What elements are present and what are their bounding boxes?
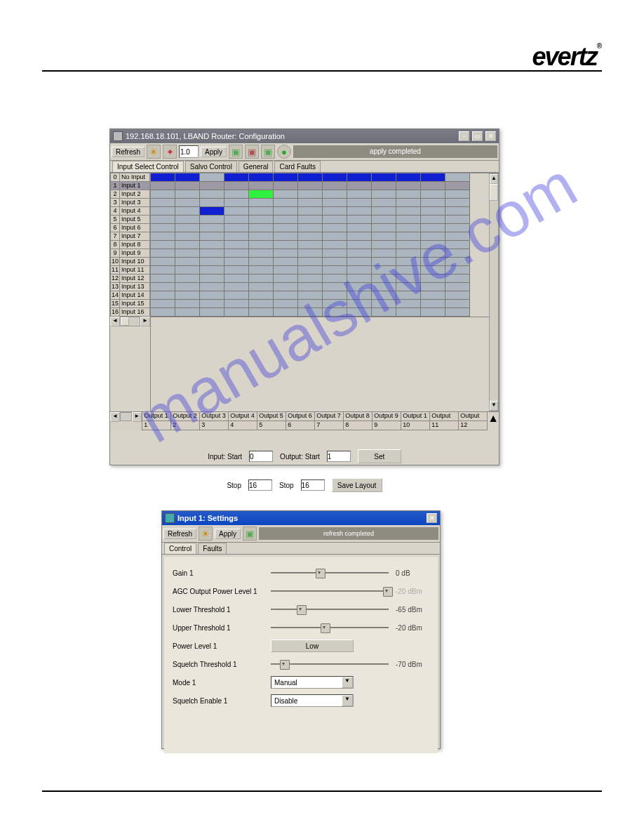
crosspoint-cell[interactable] — [151, 283, 175, 291]
crosspoint-cell[interactable] — [151, 207, 175, 216]
crosspoint-cell[interactable] — [445, 300, 470, 308]
crosspoint-cell[interactable] — [274, 258, 298, 266]
crosspoint-cell[interactable] — [445, 283, 470, 291]
crosspoint-cell[interactable] — [396, 241, 421, 249]
col-header-label[interactable]: Output 4 — [229, 412, 257, 421]
crosspoint-cell[interactable] — [274, 199, 298, 207]
apply-icon[interactable]: ▣ — [243, 527, 257, 541]
refresh-button[interactable]: Refresh — [163, 529, 196, 539]
crosspoint-cell[interactable] — [200, 199, 224, 207]
crosspoint-cell[interactable] — [347, 173, 372, 182]
crosspoint-cell[interactable] — [298, 216, 323, 224]
crosspoint-cell[interactable] — [175, 249, 200, 258]
crosspoint-cell[interactable] — [421, 199, 445, 207]
crosspoint-cell[interactable] — [396, 266, 421, 274]
row-header-item[interactable]: 4Input 4 — [110, 207, 150, 216]
crosspoint-cell[interactable] — [175, 266, 200, 274]
lower-thresh-slider[interactable] — [271, 604, 389, 614]
crosspoint-cell[interactable] — [175, 216, 200, 224]
maximize-button[interactable]: ▭ — [472, 131, 483, 141]
row-header-item[interactable]: 7Input 7 — [110, 232, 150, 241]
crosspoint-cell[interactable] — [274, 216, 298, 224]
crosspoint-cell[interactable] — [224, 283, 249, 291]
crosspoint-cell[interactable] — [249, 216, 274, 224]
crosspoint-cell[interactable] — [396, 232, 421, 241]
crosspoint-cell[interactable] — [200, 232, 224, 241]
crosspoint-cell[interactable] — [347, 308, 372, 317]
crosspoint-cell[interactable] — [421, 308, 445, 317]
crosspoint-cell[interactable] — [200, 207, 224, 216]
tab-general[interactable]: General — [239, 161, 274, 172]
crosspoint-cell[interactable] — [249, 283, 274, 291]
crosspoint-cell[interactable] — [347, 199, 372, 207]
crosspoint-cell[interactable] — [347, 216, 372, 224]
col-header-index[interactable]: 3 — [200, 421, 229, 430]
row-hscroll[interactable]: ◄ ► — [110, 317, 150, 326]
crosspoint-cell[interactable] — [396, 274, 421, 283]
crosspoint-cell[interactable] — [224, 274, 249, 283]
crosspoint-cell[interactable] — [372, 258, 396, 266]
crosspoint-cell[interactable] — [421, 232, 445, 241]
crosspoint-cell[interactable] — [421, 182, 445, 190]
crosspoint-cell[interactable] — [175, 300, 200, 308]
crosspoint-cell[interactable] — [323, 190, 347, 199]
crosspoint-cell[interactable] — [396, 173, 421, 182]
crosspoint-cell[interactable] — [224, 241, 249, 249]
crosspoint-cell[interactable] — [323, 173, 347, 182]
crosspoint-cell[interactable] — [372, 249, 396, 258]
crosspoint-cell[interactable] — [274, 182, 298, 190]
row-header-item[interactable]: 1Input 1 — [110, 182, 150, 190]
crosspoint-cell[interactable] — [274, 283, 298, 291]
down-arrow-icon[interactable]: ▼ — [490, 401, 498, 411]
crosspoint-cell[interactable] — [249, 207, 274, 216]
crosspoint-cell[interactable] — [274, 308, 298, 317]
crosspoint-cell[interactable] — [175, 173, 200, 182]
crosspoint-cell[interactable] — [372, 232, 396, 241]
col-header-label[interactable]: Output 8 — [344, 412, 373, 421]
up-arrow-icon[interactable]: ▲ — [490, 174, 498, 184]
crosspoint-cell[interactable] — [151, 291, 175, 300]
crosspoint-cell[interactable] — [200, 308, 224, 317]
crosspoint-cell[interactable] — [372, 283, 396, 291]
crosspoint-cell[interactable] — [249, 199, 274, 207]
crosspoint-cell[interactable] — [445, 224, 470, 232]
gain-slider[interactable] — [271, 568, 389, 578]
mode-combo[interactable]: Manual▼ — [271, 676, 354, 689]
col-header-index[interactable]: 2 — [171, 421, 200, 430]
row-header-item[interactable]: 8Input 8 — [110, 241, 150, 249]
crosspoint-cell[interactable] — [175, 291, 200, 300]
row-header-item[interactable]: 15Input 15 — [110, 300, 150, 308]
crosspoint-cell[interactable] — [396, 258, 421, 266]
crosspoint-cell[interactable] — [298, 266, 323, 274]
row-header-item[interactable]: 5Input 5 — [110, 216, 150, 224]
crosspoint-cell[interactable] — [151, 232, 175, 241]
crosspoint-cell[interactable] — [396, 190, 421, 199]
save-layout-button[interactable]: Save Layout — [332, 478, 382, 492]
col-header-index[interactable]: 5 — [257, 421, 286, 430]
crosspoint-cell[interactable] — [274, 241, 298, 249]
crosspoint-cell[interactable] — [224, 291, 249, 300]
crosspoint-cell[interactable] — [200, 173, 224, 182]
crosspoint-cell[interactable] — [396, 283, 421, 291]
crosspoint-cell[interactable] — [298, 249, 323, 258]
col-header-label[interactable]: Output 1 — [142, 412, 171, 421]
crosspoint-cell[interactable] — [445, 241, 470, 249]
crosspoint-cell[interactable] — [396, 308, 421, 317]
crosspoint-cell[interactable] — [421, 291, 445, 300]
col-header-index[interactable]: 7 — [315, 421, 344, 430]
crosspoint-cell[interactable] — [421, 224, 445, 232]
vscroll-thumb[interactable] — [490, 184, 498, 201]
crosspoint-cell[interactable] — [372, 173, 396, 182]
power-level-button[interactable]: Low — [271, 640, 354, 652]
crosspoint-cell[interactable] — [298, 199, 323, 207]
crosspoint-cell[interactable] — [175, 283, 200, 291]
crosspoint-cell[interactable] — [298, 274, 323, 283]
crosspoint-cell[interactable] — [323, 199, 347, 207]
apply-icon-2[interactable]: ▣ — [245, 145, 259, 159]
crosspoint-cell[interactable] — [323, 308, 347, 317]
crosspoint-cell[interactable] — [274, 207, 298, 216]
row-header-item[interactable]: 16Input 16 — [110, 308, 150, 317]
crosspoint-cell[interactable] — [249, 241, 274, 249]
crosspoint-cell[interactable] — [323, 182, 347, 190]
upper-thresh-slider[interactable] — [271, 623, 389, 633]
